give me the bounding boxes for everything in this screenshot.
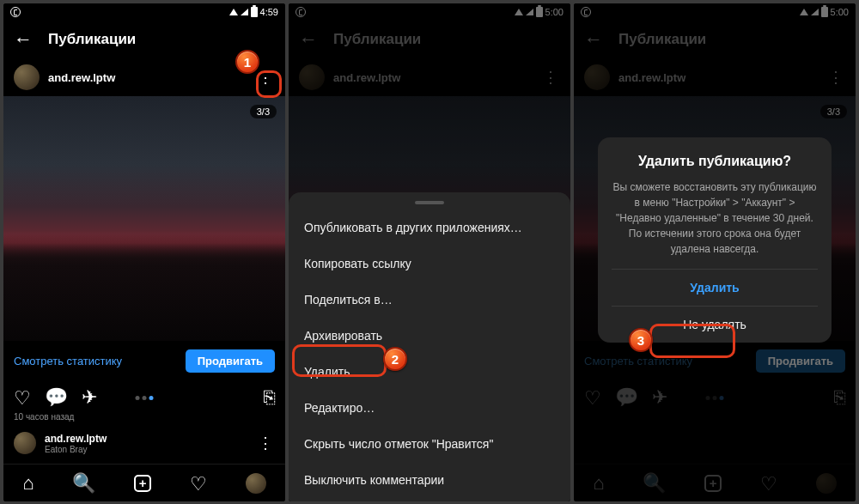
avatar[interactable]	[14, 64, 40, 90]
step-badge-2: 2	[383, 347, 407, 371]
signal-icon	[241, 9, 248, 15]
step-badge-3: 3	[629, 328, 653, 352]
post-actions: ♡ 💬 ✈ ⎘	[3, 381, 285, 410]
dialog-body: Вы сможете восстановить эту публикацию в…	[612, 179, 818, 257]
status-bar: 4:59	[3, 3, 285, 21]
promote-button[interactable]: Продвигать	[186, 349, 275, 373]
back-arrow-icon[interactable]: ←	[14, 28, 33, 51]
dialog-delete-button[interactable]: Удалить	[612, 269, 818, 306]
sheet-grab-handle[interactable]	[415, 201, 444, 204]
sheet-item-hide-likes[interactable]: Скрыть число отметок "Нравится"	[289, 426, 570, 462]
nav-search-icon[interactable]: 🔍	[72, 472, 95, 495]
sheet-item-copy-link[interactable]: Копировать ссылку	[289, 246, 570, 282]
sheet-item-edit[interactable]: Редактиро…	[289, 390, 570, 426]
stats-row: Смотреть статистику Продвигать	[3, 341, 285, 381]
author-name: and.rew.lptw	[45, 433, 107, 445]
post-image[interactable]: 3/3	[3, 96, 285, 341]
carousel-indicator	[136, 396, 154, 400]
comment-icon[interactable]: 💬	[45, 386, 68, 409]
more-options-button[interactable]: ⋮	[254, 434, 275, 452]
bottom-nav: ⌂ 🔍 + ♡	[3, 464, 285, 501]
dialog-title: Удалить публикацию?	[612, 153, 818, 171]
view-stats-link[interactable]: Смотреть статистику	[14, 355, 122, 367]
phone-screen-3: 5:00 ← Публикации and.rew.lptw ⋮ 3/3 Смо…	[574, 3, 856, 501]
sheet-item-archive[interactable]: Архивировать	[289, 318, 570, 354]
more-options-button[interactable]: ⋮	[254, 68, 275, 87]
status-time: 4:59	[260, 7, 278, 17]
sheet-item-disable-comments[interactable]: Выключить комментарии	[289, 462, 570, 498]
page-title: Публикации	[48, 31, 136, 48]
nav-home-icon[interactable]: ⌂	[22, 472, 34, 495]
step-badge-1: 1	[235, 50, 259, 74]
nav-profile-avatar[interactable]	[246, 473, 266, 494]
bookmark-icon[interactable]: ⎘	[264, 386, 275, 409]
like-icon[interactable]: ♡	[14, 387, 31, 410]
phone-screen-2: 5:00 ← Публикации and.rew.lptw ⋮ Опублик…	[289, 3, 570, 501]
author-row[interactable]: and.rew.lptw Eaton Bray ⋮	[3, 428, 285, 458]
nav-activity-icon[interactable]: ♡	[190, 473, 207, 495]
sheet-item-share-to[interactable]: Поделиться в…	[289, 282, 570, 318]
battery-icon	[251, 7, 258, 17]
avatar[interactable]	[14, 432, 36, 454]
carousel-counter: 3/3	[250, 105, 277, 118]
sheet-item-share-apps[interactable]: Опубликовать в других приложениях…	[289, 209, 570, 246]
sheet-item-delete[interactable]: Удалить	[289, 354, 570, 390]
share-icon[interactable]: ✈	[82, 386, 97, 409]
nav-add-icon[interactable]: +	[134, 475, 151, 492]
shazam-icon	[10, 7, 21, 17]
confirm-dialog: Удалить публикацию? Вы сможете восстанов…	[598, 137, 832, 343]
phone-screen-1: 4:59 ← Публикации and.rew.lptw ⋮ 3/3 Смо…	[3, 3, 285, 501]
wifi-icon	[229, 9, 238, 15]
post-username[interactable]: and.rew.lptw	[48, 71, 115, 84]
time-ago: 10 часов назад	[3, 410, 285, 428]
action-sheet: Опубликовать в других приложениях… Копир…	[289, 192, 570, 501]
author-location: Eaton Bray	[45, 445, 107, 454]
